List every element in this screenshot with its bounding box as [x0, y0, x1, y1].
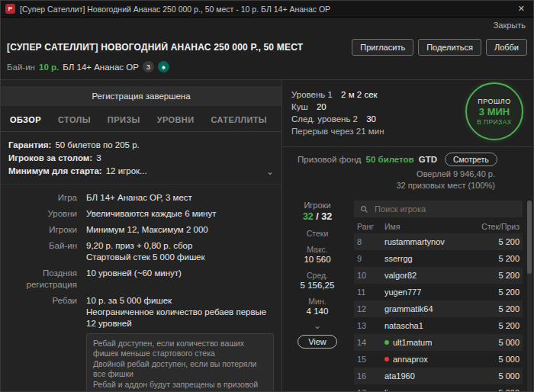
table-row[interactable]: 16 ata1960 5 000 [354, 368, 523, 384]
prize-fund-amount: 50 билетов [366, 155, 414, 164]
player-name: valgor82 [384, 271, 417, 280]
avg-stack-label: Сред. [282, 271, 352, 280]
player-rank: 14 [357, 338, 384, 347]
tab-bar: ОБЗОР СТОЛЫ ПРИЗЫ УРОВНИ САТЕЛЛИТЫ [1, 106, 281, 132]
chevron-down-icon[interactable]: ⌄ [282, 322, 352, 329]
player-search [354, 201, 523, 217]
lobby-button[interactable]: Лобби [486, 39, 527, 56]
player-stack: 5 200 [474, 288, 520, 297]
level-label: Уровень 1 [291, 90, 333, 99]
gtd-label: GTD [419, 155, 437, 164]
stack-column-header: Стек/Приз [474, 222, 520, 231]
close-row: Закрыть [1, 18, 533, 33]
table-size-badge-icon: 3 [143, 61, 154, 72]
players-label: Игроки [282, 201, 352, 210]
ante-label: Куш [291, 102, 308, 111]
detail-lines: Минимум 12, Максимум 2 000 [86, 224, 275, 236]
share-button[interactable]: Поделиться [418, 39, 481, 56]
detail-value: 9,20 р. приз + 0,80 р. сборСтартовый сте… [86, 240, 281, 263]
max-stack-value: 10 560 [282, 255, 352, 264]
table-row[interactable]: 8 rustammartynov 5 200 [354, 233, 523, 250]
table-row[interactable]: 9 sserrgg 5 200 [354, 250, 523, 267]
buyin-bar: Бай-ин 10 р. БЛ 14+ Ананас ОР 3 ♠ [1, 59, 533, 79]
summary-row: Игроков за столом: 3 [8, 152, 274, 165]
prize-section: Призовой фонд 50 билетов GTD Смотреть Ов… [282, 146, 533, 194]
player-stack: 5 000 [474, 371, 520, 381]
player-stack: 5 000 [474, 355, 520, 364]
view-prizes-button[interactable]: Смотреть [445, 153, 497, 166]
player-name: ult1matum [393, 338, 432, 347]
table-row[interactable]: 13 natascha1 5 200 [354, 317, 523, 334]
tab[interactable]: ПРИЗЫ [108, 115, 140, 124]
table-row[interactable]: 10 valgor82 5 200 [354, 267, 523, 284]
detail-row: Игроки Минимум 12, Максимум 2 000 [1, 224, 281, 236]
tournament-details: Игра БЛ 14+ Ананас ОР, 3 мест Уровни Уве… [1, 185, 281, 392]
app-logo-icon: P [5, 4, 15, 14]
player-name: sserrgg [384, 254, 413, 263]
search-input[interactable] [373, 204, 516, 214]
level-info: Уровень 1 2 м 2 сек Куш 20 След. уровень… [282, 80, 533, 146]
level-time: 2 м 2 сек [341, 90, 377, 99]
player-name: grammatik64 [384, 304, 433, 313]
detail-lines: 10 уровней (~60 минут) [86, 268, 275, 279]
chevron-down-icon[interactable] [266, 168, 274, 175]
online-status-icon [384, 357, 389, 361]
player-name: yugen777 [384, 288, 421, 297]
scrollbar-thumb[interactable] [527, 201, 532, 274]
stacks-label: Стеки [282, 229, 352, 238]
detail-row: Игра БЛ 14+ Ананас ОР, 3 мест [1, 192, 281, 204]
search-icon [360, 205, 368, 214]
elapsed-timer-circle: ПРОШЛО 3 МИН В ПРИЗАХ [465, 82, 523, 140]
table-row[interactable]: 15 annaprox 5 000 [354, 351, 523, 368]
player-stack: 5 200 [474, 237, 520, 246]
detail-row: Поздняя регистрация 10 уровней (~60 мину… [1, 268, 281, 291]
detail-row: Уровни Увеличиваются каждые 6 минут [1, 208, 281, 220]
table-row[interactable]: 17 liannaaa 5 000 [354, 384, 523, 392]
summary-value: 12 игрок... [106, 165, 147, 178]
table-header: Ранг Имя Стек/Приз [354, 217, 523, 233]
detail-lines: 10 р. за 5 000 фишекНеограниченное колич… [86, 295, 275, 329]
player-stack: 5 200 [474, 304, 520, 313]
tab[interactable]: УРОВНИ [157, 115, 195, 124]
next-level-value: 30 [366, 114, 376, 124]
status-panel: Уровень 1 2 м 2 сек Куш 20 След. уровень… [282, 80, 533, 392]
rank-column-header: Ранг [357, 222, 384, 231]
window-title: [Супер Сателлит] Новогодний Ананас 250 0… [20, 5, 510, 14]
tab[interactable]: ОБЗОР [10, 115, 41, 124]
buyin-amount: 10 р. [39, 63, 59, 72]
detail-row: Бай-ин 9,20 р. приз + 0,80 р. сборСтарто… [1, 240, 281, 263]
close-icon[interactable]: ✕ [514, 4, 529, 14]
scrollbar [527, 201, 532, 392]
timer-elapsed-label: ПРОШЛО [478, 98, 510, 105]
overview-panel: Регистрация завершена ОБЗОР СТОЛЫ ПРИЗЫ … [1, 80, 282, 392]
detail-value: 10 р. за 5 000 фишекНеограниченное колич… [86, 295, 281, 392]
summary-row: Гарантия: 50 билетов по 205 р. [8, 139, 274, 152]
table-row[interactable]: 11 yugen777 5 200 [354, 284, 523, 300]
player-stats: Игроки 32 / 32 Стеки Макс. 10 560 Сред. … [282, 194, 352, 392]
detail-label: Игроки [1, 224, 86, 236]
player-rank: 11 [357, 288, 384, 297]
tab[interactable]: СТОЛЫ [58, 115, 91, 124]
avg-stack-value: 5 156,25 [282, 281, 352, 290]
view-players-button[interactable]: View [298, 335, 337, 349]
players-total: 32 [321, 211, 332, 222]
invite-button[interactable]: Пригласить [352, 39, 413, 56]
player-name: ata1960 [384, 371, 415, 381]
detail-value: БЛ 14+ Ананас ОР, 3 мест [86, 192, 281, 204]
player-name: natascha1 [384, 321, 423, 330]
detail-label: Уровни [1, 208, 86, 220]
max-stack-label: Макс. [282, 245, 352, 254]
tournament-header: [СУПЕР САТЕЛЛИТ] НОВОГОДНИЙ АНАНАС 250 0… [1, 33, 533, 59]
summary-value: 50 билетов по 205 р. [55, 139, 139, 152]
detail-label: Бай-ин [1, 240, 86, 263]
next-level-label: След. уровень 2 [291, 114, 358, 124]
detail-label: Игра [1, 192, 86, 204]
tab[interactable]: САТЕЛЛИТЫ [211, 115, 267, 124]
detail-row: Ребаи 10 р. за 5 000 фишекНеограниченное… [1, 295, 281, 392]
buyin-label: Бай-ин [7, 63, 35, 72]
table-row[interactable]: 12 grammatik64 5 200 [354, 300, 523, 317]
table-row[interactable]: 14 ult1matum 5 000 [354, 334, 523, 351]
game-name: БЛ 14+ Ананас ОР [63, 63, 139, 72]
detail-lines: 9,20 р. приз + 0,80 р. сборСтартовый сте… [86, 240, 275, 263]
close-button[interactable]: Закрыть [494, 21, 526, 30]
